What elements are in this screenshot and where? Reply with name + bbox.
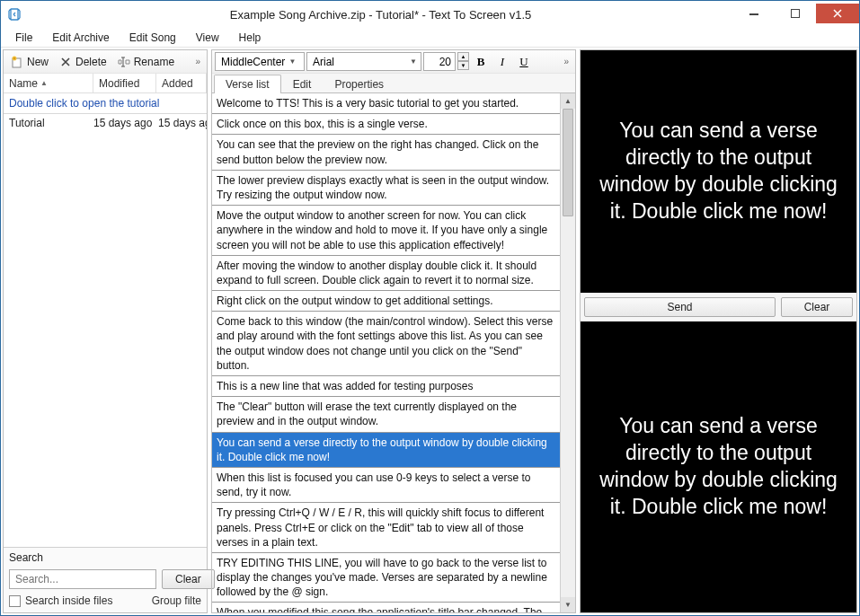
minimize-button[interactable] (733, 4, 775, 23)
font-select[interactable]: Arial▼ (306, 52, 421, 71)
delete-button[interactable]: Delete (55, 54, 111, 70)
editor-panel: MiddleCenter▼ Arial▼ 20 ▲ ▼ B I U » Vers… (211, 49, 576, 613)
menu-edit-archive[interactable]: Edit Archive (43, 30, 118, 46)
svg-rect-0 (749, 13, 758, 15)
menubar: File Edit Archive Edit Song View Help (1, 28, 859, 48)
verse-item[interactable]: TRY EDITING THIS LINE, you will have to … (212, 553, 560, 603)
scroll-up-icon[interactable]: ▲ (561, 93, 575, 109)
menu-help[interactable]: Help (230, 30, 270, 46)
verse-item[interactable]: Right click on the output window to get … (212, 291, 560, 312)
checkbox-icon (9, 595, 21, 607)
dropdown-icon: ▼ (288, 57, 296, 66)
tab-edit[interactable]: Edit (281, 75, 324, 93)
verse-item[interactable]: Welcome to TTS! This is a very basic tut… (212, 93, 560, 114)
col-name[interactable]: Name ▲ (4, 74, 93, 92)
verse-item[interactable]: The "Clear" button will erase the text c… (212, 397, 560, 432)
preview-bottom[interactable]: You can send a verse directly to the out… (581, 321, 856, 612)
fontsize-input[interactable]: 20 (423, 52, 456, 71)
menu-file[interactable]: File (6, 30, 41, 46)
alignment-select[interactable]: MiddleCenter▼ (215, 52, 305, 71)
maximize-button[interactable] (775, 4, 816, 23)
titlebar[interactable]: Example Song Archive.zip - Tutorial* - T… (1, 1, 859, 28)
bold-button[interactable]: B (471, 52, 491, 71)
group-filter-label[interactable]: Group filte (152, 594, 201, 607)
search-inside-checkbox[interactable]: Search inside files (9, 594, 112, 607)
table-row[interactable]: Tutorial15 days ago15 days ag (4, 114, 207, 132)
tab-verse-list[interactable]: Verse list (214, 75, 281, 93)
preview-top[interactable]: You can send a verse directly to the out… (581, 50, 856, 293)
archive-panel: New Delete Rename » Name ▲ Modified A (3, 49, 208, 613)
dropdown-icon: ▼ (410, 57, 417, 66)
fontsize-spinner[interactable]: ▲ ▼ (457, 52, 469, 71)
verse-item[interactable]: When you modified this song the applicat… (212, 603, 560, 612)
verse-item[interactable]: When this list is focused you can use 0-… (212, 468, 560, 503)
col-modified[interactable]: Modified (93, 74, 156, 92)
italic-button[interactable]: I (492, 52, 512, 71)
verse-item[interactable]: You can see that the preview on the righ… (212, 135, 560, 170)
window-title: Example Song Archive.zip - Tutorial* - T… (28, 8, 733, 22)
app-window: Example Song Archive.zip - Tutorial* - T… (0, 0, 860, 616)
verse-item[interactable]: Try pressing Ctrl+Q / W / E / R, this wi… (212, 503, 560, 553)
verse-list[interactable]: Welcome to TTS! This is a very basic tut… (212, 93, 560, 612)
scroll-down-icon[interactable]: ▼ (561, 597, 575, 612)
verse-item[interactable]: This is a new line that was added for te… (212, 376, 560, 397)
send-button[interactable]: Send (584, 297, 776, 317)
spin-down-icon: ▼ (457, 61, 469, 70)
verse-item[interactable]: Click once on this box, this is a single… (212, 114, 560, 135)
verse-scrollbar[interactable]: ▲ ▼ (560, 93, 575, 612)
verse-item[interactable]: You can send a verse directly to the out… (212, 433, 560, 468)
scroll-thumb[interactable] (563, 109, 573, 216)
search-panel: Search Clear Search inside files Group f… (4, 547, 207, 612)
rename-button[interactable]: Rename (113, 54, 179, 70)
menu-view[interactable]: View (187, 30, 228, 46)
toolbar-overflow-icon[interactable]: » (563, 57, 572, 66)
archive-toolbar: New Delete Rename » (4, 50, 207, 74)
verse-item[interactable]: Come back to this window (the main/contr… (212, 312, 560, 376)
search-label: Search (9, 551, 201, 564)
col-added[interactable]: Added (156, 74, 207, 92)
tab-properties[interactable]: Properties (323, 75, 395, 93)
underline-button[interactable]: U (514, 52, 534, 71)
archive-table-header: Name ▲ Modified Added (4, 74, 207, 93)
scroll-track[interactable] (561, 109, 575, 597)
preview-panel: You can send a verse directly to the out… (580, 49, 857, 613)
toolbar-overflow-icon[interactable]: » (195, 57, 204, 66)
verse-item[interactable]: Move the output window to another screen… (212, 206, 560, 256)
verse-item[interactable]: The lower preview displays exactly what … (212, 171, 560, 206)
search-input[interactable] (9, 569, 156, 589)
clear-button[interactable]: Clear (781, 297, 853, 317)
tutorial-hint[interactable]: Double click to open the tutorial (4, 93, 207, 114)
menu-edit-song[interactable]: Edit Song (120, 30, 185, 46)
preview-actions: Send Clear (581, 293, 856, 321)
verse-item[interactable]: After moving the window to another displ… (212, 256, 560, 291)
rename-icon (118, 56, 130, 68)
editor-tabs: Verse list Edit Properties (212, 74, 575, 93)
archive-rows: Tutorial15 days ago15 days ag (4, 114, 207, 132)
close-button[interactable] (816, 4, 859, 23)
spin-up-icon: ▲ (457, 52, 469, 61)
svg-rect-1 (792, 10, 800, 18)
format-toolbar: MiddleCenter▼ Arial▼ 20 ▲ ▼ B I U » (212, 50, 575, 74)
new-button[interactable]: New (6, 54, 53, 70)
new-icon (11, 56, 23, 68)
search-clear-button[interactable]: Clear (162, 569, 215, 589)
app-icon (1, 1, 28, 28)
delete-icon (59, 56, 72, 68)
sort-asc-icon: ▲ (40, 79, 48, 87)
